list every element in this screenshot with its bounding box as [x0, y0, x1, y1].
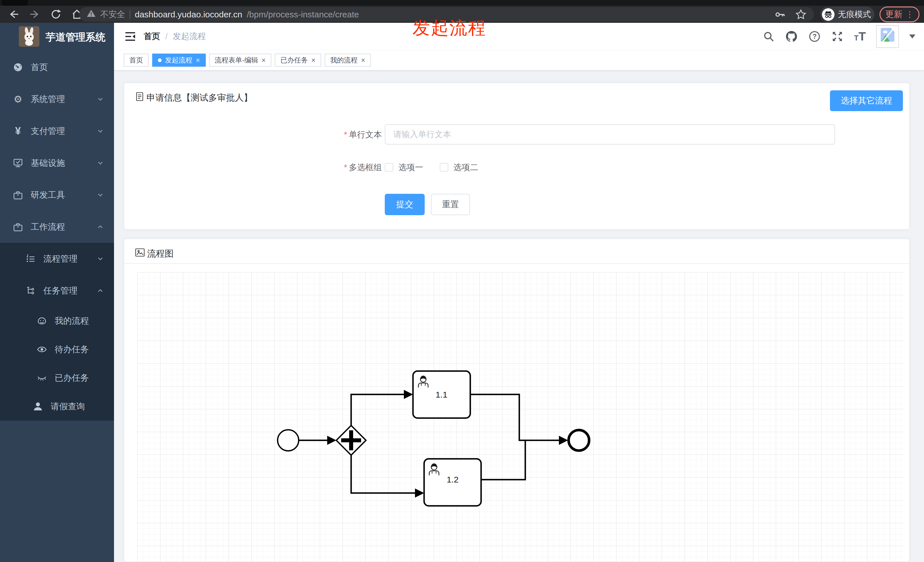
picture-icon — [135, 248, 145, 259]
browser-forward-icon[interactable] — [28, 8, 41, 21]
bookmark-star-icon[interactable] — [795, 9, 807, 20]
single-line-text-input[interactable] — [385, 124, 835, 144]
sidebar-item-label: 待办任务 — [55, 344, 89, 355]
breadcrumb-home[interactable]: 首页 — [144, 31, 160, 42]
browser-update-button[interactable]: 更新 ⋮ — [879, 6, 920, 22]
github-icon[interactable] — [785, 30, 798, 43]
incognito-badge: 无痕模式 — [820, 6, 874, 22]
plus-icon — [349, 430, 353, 450]
sidebar-item-label: 工作流程 — [31, 221, 65, 233]
sidebar-collapse-icon[interactable] — [124, 30, 137, 44]
broken-image-icon — [880, 27, 895, 43]
sidebar-item-my-processes[interactable]: 我的流程 — [0, 307, 114, 335]
sidebar-item-infrastructure[interactable]: 基础设施 — [0, 147, 114, 179]
help-icon[interactable]: ? — [808, 30, 821, 43]
chevron-up-icon — [96, 223, 104, 231]
sidebar-item-task-management[interactable]: 任务管理 — [0, 275, 114, 307]
chevron-down-icon — [96, 159, 104, 167]
breadcrumb: 首页 / 发起流程 — [144, 23, 206, 50]
tag-label: 流程表单-编辑 — [215, 55, 258, 65]
logo-rabbit-avatar — [19, 26, 39, 48]
task-label: 1.2 — [447, 475, 459, 484]
chevron-down-icon — [96, 95, 104, 103]
close-icon[interactable]: × — [262, 57, 266, 64]
url-domain: dashboard.yudao.iocoder.cn — [135, 10, 242, 19]
bpmn-diagram: 1.1 1.2 — [137, 272, 903, 562]
required-mark: * — [344, 163, 347, 172]
breadcrumb-separator: / — [165, 32, 168, 41]
user-task-1-node[interactable]: 1.1 — [413, 371, 470, 418]
tag-my-processes[interactable]: 我的流程 × — [325, 54, 371, 67]
sidebar-item-home[interactable]: 首页 — [0, 51, 114, 83]
security-label[interactable]: 不安全 — [100, 9, 125, 20]
reset-button[interactable]: 重置 — [431, 194, 470, 215]
close-icon[interactable]: × — [311, 57, 315, 64]
sidebar-item-label: 首页 — [31, 61, 48, 73]
end-event-node[interactable] — [568, 430, 589, 451]
checkbox-option-2-label[interactable]: 选项二 — [453, 162, 478, 173]
app-logo[interactable]: 芋道管理系统 — [0, 23, 114, 51]
sidebar-item-system[interactable]: ⚙ 系统管理 — [0, 83, 114, 115]
not-secure-warning-icon — [87, 9, 96, 19]
browser-tab[interactable] — [2, 0, 28, 6]
sidebar-item-done-tasks[interactable]: 已办任务 — [0, 364, 114, 392]
sidebar-item-leave-query[interactable]: 请假查询 — [0, 392, 114, 421]
sidebar-item-devtools[interactable]: 研发工具 — [0, 179, 114, 211]
submit-button[interactable]: 提交 — [385, 194, 424, 215]
tag-label: 我的流程 — [330, 55, 358, 65]
incognito-label: 无痕模式 — [838, 9, 871, 20]
sidebar-item-label: 研发工具 — [31, 189, 65, 201]
browser-menu-dots-icon[interactable]: ⋮ — [906, 10, 914, 19]
required-mark: * — [344, 130, 347, 139]
eye-closed-icon — [35, 373, 48, 383]
tag-label: 已办任务 — [280, 55, 308, 65]
tag-form-edit[interactable]: 流程表单-编辑 × — [209, 54, 272, 67]
monitor-check-icon — [11, 158, 24, 168]
task-label: 1.1 — [435, 390, 447, 399]
card-divider — [124, 263, 909, 264]
sidebar-item-payment[interactable]: ¥ 支付管理 — [0, 115, 114, 147]
chevron-down-icon — [96, 255, 104, 263]
tag-label: 首页 — [129, 55, 143, 65]
flow-tree-icon — [24, 286, 37, 296]
parallel-gateway-node[interactable] — [336, 426, 366, 455]
tag-start-process[interactable]: 发起流程 × — [152, 54, 206, 67]
top-navbar: 首页 / 发起流程 ? TT — [114, 23, 924, 50]
avatar-caret-down-icon[interactable] — [909, 34, 915, 39]
robot-face-icon — [35, 316, 48, 326]
start-event-node[interactable] — [278, 430, 299, 451]
user-task-2-node[interactable]: 1.2 — [424, 459, 481, 506]
active-dot-icon — [158, 58, 162, 62]
url-path: /bpm/process-instance/create — [247, 10, 359, 19]
avatar[interactable] — [876, 25, 899, 48]
close-icon[interactable]: × — [196, 57, 200, 64]
sidebar-item-process-management[interactable]: 流程管理 — [0, 243, 114, 275]
tag-label: 发起流程 — [165, 55, 192, 65]
sidebar-item-label: 任务管理 — [44, 285, 78, 297]
yen-icon: ¥ — [11, 125, 24, 137]
fullscreen-icon[interactable] — [831, 30, 844, 43]
font-size-icon[interactable]: TT — [854, 30, 866, 43]
password-key-icon[interactable] — [775, 9, 786, 20]
tag-home[interactable]: 首页 — [124, 54, 149, 67]
browser-reload-icon[interactable] — [50, 8, 62, 21]
checkbox-option-1[interactable] — [385, 163, 393, 172]
tag-done-tasks[interactable]: 已办任务 × — [275, 54, 321, 67]
chevron-down-icon — [96, 127, 104, 135]
sidebar-item-label: 系统管理 — [31, 93, 65, 105]
sidebar-item-todo-tasks[interactable]: 待办任务 — [0, 335, 114, 364]
checkbox-option-1-label[interactable]: 选项一 — [399, 162, 423, 173]
sidebar-item-workflow[interactable]: 工作流程 — [0, 211, 114, 243]
browser-back-icon[interactable] — [8, 8, 20, 21]
choose-other-process-button[interactable]: 选择其它流程 — [830, 90, 903, 111]
search-icon[interactable] — [763, 30, 775, 42]
close-icon[interactable]: × — [361, 57, 365, 64]
sidebar-item-label: 已办任务 — [55, 372, 89, 384]
sidebar-item-label: 请假查询 — [51, 401, 85, 412]
process-diagram-card: 流程图 — [124, 238, 910, 562]
bpmn-canvas[interactable]: 1.1 1.2 — [137, 272, 903, 562]
field-label-text: 单行文本 — [349, 130, 382, 139]
checkbox-option-2[interactable] — [440, 163, 448, 172]
field-label-single-line: *单行文本 — [295, 129, 382, 140]
update-label: 更新 — [885, 9, 902, 20]
